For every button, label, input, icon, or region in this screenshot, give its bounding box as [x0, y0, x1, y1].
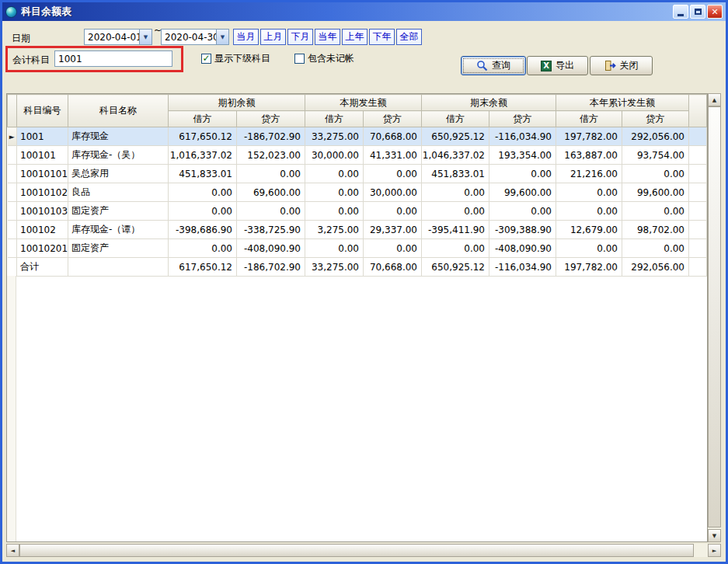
cell-value[interactable]: -186,702.90 — [237, 127, 305, 146]
horizontal-scrollbar[interactable]: ◄ ► — [6, 544, 721, 557]
quick-button-current-year[interactable]: 当年 — [315, 29, 340, 45]
account-input[interactable] — [54, 50, 172, 67]
quick-button-next-month[interactable]: 下月 — [287, 29, 313, 45]
cell-value[interactable]: 33,275.00 — [305, 258, 364, 277]
table-row[interactable]: 10010201固定资产0.00-408,090.900.000.000.00-… — [8, 239, 707, 258]
export-button[interactable]: 导出 — [527, 56, 588, 75]
date-to-select[interactable]: 2020-04-30 ▼ — [161, 29, 229, 45]
cell-code[interactable]: 10010101 — [17, 165, 68, 183]
cell-value[interactable]: 0.00 — [622, 165, 689, 183]
quick-button-all[interactable]: 全部 — [396, 29, 422, 45]
cell-value[interactable]: 197,782.00 — [556, 127, 622, 146]
quick-button-prev-year[interactable]: 上年 — [342, 29, 367, 45]
row-selector[interactable] — [8, 221, 17, 239]
cell-value[interactable]: 12,679.00 — [556, 221, 622, 239]
cell-value[interactable]: 93,754.00 — [622, 146, 689, 165]
row-selector[interactable] — [8, 183, 17, 202]
cell-value[interactable]: 197,782.00 — [556, 258, 622, 277]
cell-value[interactable]: 617,650.12 — [169, 127, 237, 146]
cell-value[interactable]: 0.00 — [305, 165, 364, 183]
maximize-button[interactable] — [690, 5, 705, 19]
cell-value[interactable]: 0.00 — [622, 239, 689, 258]
scroll-up-icon[interactable]: ▲ — [708, 93, 721, 106]
table-row[interactable]: 10010101吴总家用451,833.010.000.000.00451,83… — [8, 165, 707, 183]
cell-code[interactable]: 10010102 — [17, 183, 68, 202]
table-row[interactable]: 合计617,650.12-186,702.9033,275.0070,668.0… — [8, 258, 707, 277]
table-row[interactable]: 10010102良品0.0069,600.000.0030,000.000.00… — [8, 183, 707, 202]
row-selector[interactable]: ► — [8, 127, 17, 146]
cell-code[interactable]: 合计 — [17, 258, 68, 277]
cell-value[interactable]: -116,034.90 — [489, 127, 556, 146]
cell-value[interactable]: 70,668.00 — [364, 258, 422, 277]
cell-value[interactable]: 0.00 — [169, 202, 237, 221]
cell-value[interactable]: 617,650.12 — [169, 258, 237, 277]
cell-code[interactable]: 10010103 — [17, 202, 68, 221]
cell-name[interactable]: 吴总家用 — [68, 165, 169, 183]
cell-value[interactable]: -116,034.90 — [489, 258, 556, 277]
date-from-select[interactable]: 2020-04-01 ▼ — [84, 29, 152, 45]
cell-value[interactable]: 0.00 — [237, 165, 305, 183]
chevron-down-icon[interactable]: ▼ — [139, 30, 152, 44]
cell-value[interactable]: -408,090.90 — [237, 239, 305, 258]
row-selector[interactable] — [8, 202, 17, 221]
cell-code[interactable]: 100102 — [17, 221, 68, 239]
quick-button-next-year[interactable]: 下年 — [369, 29, 395, 45]
cell-value[interactable]: 0.00 — [556, 239, 622, 258]
cell-value[interactable]: 1,046,337.02 — [422, 146, 489, 165]
cell-name[interactable]: 良品 — [68, 183, 169, 202]
cell-value[interactable]: 0.00 — [422, 239, 489, 258]
cell-value[interactable]: 21,216.00 — [556, 165, 622, 183]
cell-value[interactable]: -309,388.90 — [489, 221, 556, 239]
scroll-left-icon[interactable]: ◄ — [6, 544, 19, 557]
row-selector[interactable] — [8, 239, 17, 258]
cell-value[interactable]: 0.00 — [305, 183, 364, 202]
cell-name[interactable] — [68, 258, 169, 277]
cell-value[interactable]: 0.00 — [237, 202, 305, 221]
cell-value[interactable]: 451,833.01 — [422, 165, 489, 183]
cell-value[interactable]: -398,686.90 — [169, 221, 237, 239]
cell-name[interactable]: 库存现金-（谭） — [68, 221, 169, 239]
cell-value[interactable]: 0.00 — [169, 239, 237, 258]
cell-value[interactable]: 0.00 — [364, 202, 422, 221]
cell-value[interactable]: 451,833.01 — [169, 165, 237, 183]
cell-value[interactable]: 0.00 — [364, 165, 422, 183]
cell-value[interactable]: 70,668.00 — [364, 127, 422, 146]
cell-value[interactable]: 0.00 — [622, 202, 689, 221]
cell-code[interactable]: 10010201 — [17, 239, 68, 258]
row-selector[interactable] — [8, 146, 17, 165]
cell-value[interactable]: 0.00 — [422, 183, 489, 202]
include-unposted-checkbox[interactable]: 包含未记帐 — [294, 52, 354, 65]
table-row[interactable]: 100101库存现金-（吴）1,016,337.02152,023.0030,0… — [8, 146, 707, 165]
scroll-right-icon[interactable]: ► — [708, 544, 721, 557]
vertical-scroll-thumb[interactable] — [708, 106, 721, 527]
scroll-down-icon[interactable]: ▼ — [708, 529, 721, 542]
table-row[interactable]: ►1001库存现金617,650.12-186,702.9033,275.007… — [8, 127, 707, 146]
show-sub-checkbox[interactable]: 显示下级科目 — [201, 52, 270, 65]
row-selector[interactable] — [8, 165, 17, 183]
cell-value[interactable]: 98,702.00 — [622, 221, 689, 239]
cell-value[interactable]: 0.00 — [489, 165, 556, 183]
cell-value[interactable]: 99,600.00 — [489, 183, 556, 202]
cell-value[interactable]: 0.00 — [489, 202, 556, 221]
cell-name[interactable]: 库存现金 — [68, 127, 169, 146]
cell-value[interactable]: 292,056.00 — [622, 127, 689, 146]
cell-value[interactable]: 3,275.00 — [305, 221, 364, 239]
cell-name[interactable]: 固定资产 — [68, 239, 169, 258]
cell-value[interactable]: 30,000.00 — [364, 183, 422, 202]
cell-value[interactable]: 99,600.00 — [622, 183, 689, 202]
quick-button-prev-month[interactable]: 上月 — [260, 29, 286, 45]
cell-value[interactable]: 30,000.00 — [305, 146, 364, 165]
query-button[interactable]: 查询 — [461, 56, 526, 75]
cell-value[interactable]: -395,411.90 — [422, 221, 489, 239]
table-row[interactable]: 10010103固定资产0.000.000.000.000.000.000.00… — [8, 202, 707, 221]
cell-value[interactable]: 650,925.12 — [422, 127, 489, 146]
cell-value[interactable]: 69,600.00 — [237, 183, 305, 202]
cell-value[interactable]: -338,725.90 — [237, 221, 305, 239]
cell-value[interactable]: 0.00 — [305, 239, 364, 258]
cell-value[interactable]: 29,337.00 — [364, 221, 422, 239]
cell-value[interactable]: 0.00 — [556, 202, 622, 221]
cell-code[interactable]: 1001 — [17, 127, 68, 146]
cell-value[interactable]: -186,702.90 — [237, 258, 305, 277]
cell-value[interactable]: 650,925.12 — [422, 258, 489, 277]
cell-value[interactable]: 1,016,337.02 — [169, 146, 237, 165]
